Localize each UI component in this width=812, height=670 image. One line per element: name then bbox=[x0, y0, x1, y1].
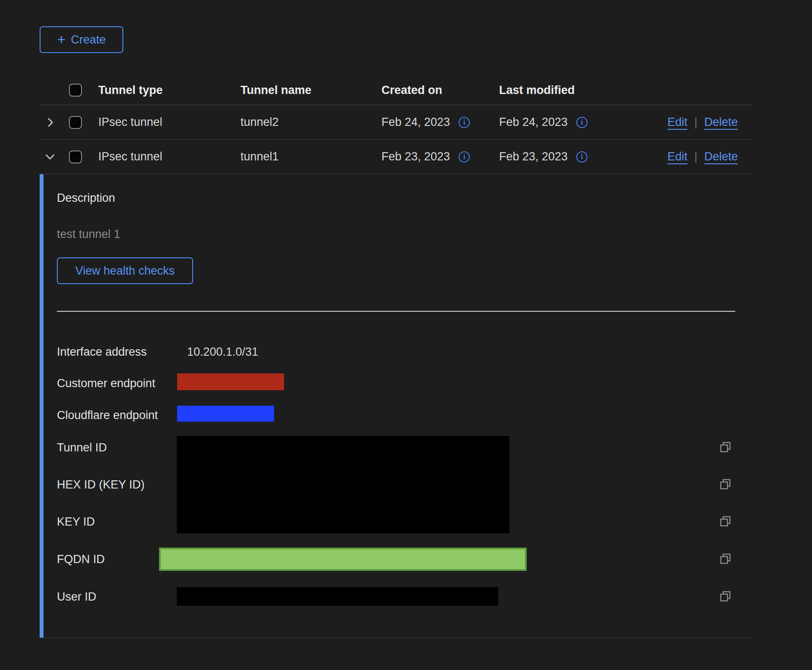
row-checkbox[interactable] bbox=[69, 116, 82, 129]
info-icon[interactable]: i bbox=[576, 117, 587, 128]
copy-icon bbox=[718, 589, 733, 604]
description-value: test tunnel 1 bbox=[57, 228, 120, 241]
info-icon[interactable]: i bbox=[459, 151, 470, 163]
tunnel-id-label: Tunnel ID bbox=[57, 441, 107, 454]
create-button[interactable]: + Create bbox=[40, 26, 123, 53]
header-tunnel-type: Tunnel type bbox=[93, 84, 235, 97]
description-label: Description bbox=[57, 191, 115, 205]
tunnel-name-value: tunnel1 bbox=[235, 150, 376, 163]
cloudflare-endpoint-label: Cloudflare endpoint bbox=[57, 408, 158, 422]
created-on-value: Feb 24, 2023 bbox=[381, 116, 450, 129]
section-divider bbox=[57, 311, 735, 312]
expand-row-button[interactable] bbox=[43, 115, 57, 130]
table-header-row: Tunnel type Tunnel name Created on Last … bbox=[40, 75, 753, 105]
key-id-label: KEY ID bbox=[57, 515, 95, 529]
last-modified-value: Feb 23, 2023 bbox=[499, 150, 568, 163]
info-icon[interactable]: i bbox=[459, 117, 470, 128]
copy-tunnel-id-button[interactable] bbox=[718, 440, 733, 454]
tunnels-page: + Create Tunnel type Tunnel name Created… bbox=[0, 0, 812, 670]
copy-fqdn-id-button[interactable] bbox=[718, 551, 733, 566]
expansion-indicator-bar bbox=[40, 174, 44, 638]
chevron-down-icon bbox=[44, 151, 56, 163]
tunnels-table: Tunnel type Tunnel name Created on Last … bbox=[40, 75, 753, 638]
select-all-checkbox[interactable] bbox=[69, 84, 82, 97]
plus-icon: + bbox=[57, 32, 66, 47]
delete-link[interactable]: Delete bbox=[704, 150, 738, 163]
fqdn-id-redacted-value bbox=[159, 548, 527, 571]
table-row-tunnel2: IPsec tunnel tunnel2 Feb 24, 2023 i Feb … bbox=[40, 105, 753, 140]
tunnel-type-value: IPsec tunnel bbox=[93, 116, 235, 129]
header-created-on: Created on bbox=[376, 84, 494, 97]
created-on-value: Feb 23, 2023 bbox=[381, 150, 450, 163]
user-id-label: User ID bbox=[57, 590, 97, 604]
delete-link[interactable]: Delete bbox=[704, 116, 738, 129]
tunnel-detail-panel: Description test tunnel 1 View health ch… bbox=[40, 174, 753, 638]
chevron-right-icon bbox=[44, 117, 56, 128]
collapse-row-button[interactable] bbox=[43, 150, 57, 164]
edit-link[interactable]: Edit bbox=[667, 150, 687, 163]
copy-icon bbox=[718, 551, 733, 566]
row-checkbox[interactable] bbox=[69, 150, 82, 163]
header-last-modified: Last modified bbox=[494, 84, 616, 97]
info-icon[interactable]: i bbox=[576, 151, 587, 163]
create-button-label: Create bbox=[71, 33, 106, 47]
user-id-redacted-value bbox=[177, 587, 498, 606]
copy-hex-id-button[interactable] bbox=[718, 477, 733, 492]
header-tunnel-name: Tunnel name bbox=[235, 84, 376, 97]
copy-icon bbox=[718, 514, 733, 529]
ids-redacted-value-block bbox=[177, 436, 509, 533]
action-separator: | bbox=[694, 150, 697, 163]
cloudflare-endpoint-redacted-value bbox=[177, 406, 274, 422]
edit-link[interactable]: Edit bbox=[667, 116, 687, 129]
copy-icon bbox=[718, 440, 733, 454]
tunnel-name-value: tunnel2 bbox=[235, 116, 376, 129]
copy-user-id-button[interactable] bbox=[718, 589, 733, 604]
copy-key-id-button[interactable] bbox=[718, 514, 733, 529]
tunnel-type-value: IPsec tunnel bbox=[93, 150, 235, 163]
hex-id-label: HEX ID (KEY ID) bbox=[57, 478, 145, 492]
action-separator: | bbox=[694, 116, 697, 129]
fqdn-id-label: FQDN ID bbox=[57, 552, 105, 566]
customer-endpoint-label: Customer endpoint bbox=[57, 376, 155, 390]
last-modified-value: Feb 24, 2023 bbox=[499, 116, 568, 129]
copy-icon bbox=[718, 477, 733, 492]
view-health-checks-button[interactable]: View health checks bbox=[57, 257, 193, 284]
interface-address-label: Interface address bbox=[57, 345, 147, 359]
customer-endpoint-redacted-value bbox=[177, 373, 284, 390]
interface-address-value: 10.200.1.0/31 bbox=[187, 345, 258, 359]
table-row-tunnel1: IPsec tunnel tunnel1 Feb 23, 2023 i Feb … bbox=[40, 140, 753, 174]
